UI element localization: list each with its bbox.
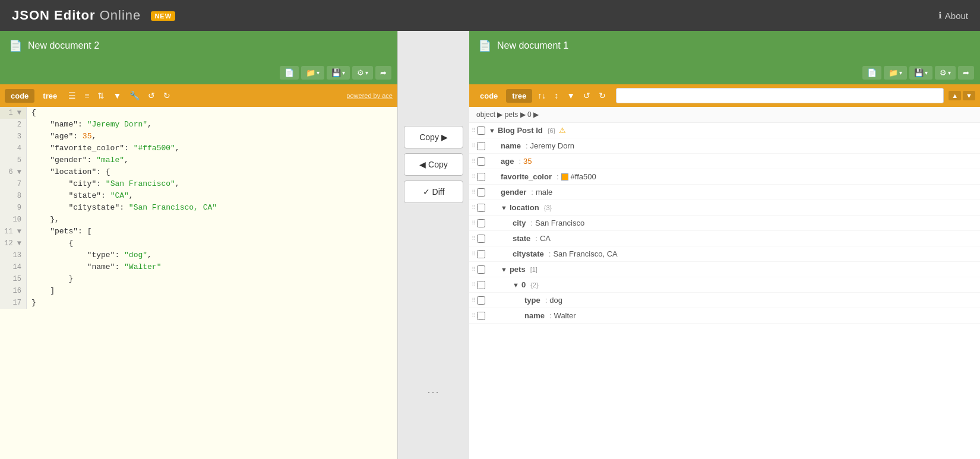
node-checkbox-pets[interactable] bbox=[477, 265, 485, 274]
search-prev-button[interactable]: ▲ bbox=[949, 91, 961, 100]
line-content-15: } bbox=[27, 273, 73, 285]
right-redo-button[interactable]: ↻ bbox=[596, 89, 609, 102]
drag-handle-location[interactable]: ⠿ bbox=[472, 204, 475, 211]
right-undo-button[interactable]: ↺ bbox=[580, 89, 593, 102]
node-sep-city: : bbox=[530, 219, 533, 227]
node-checkbox-location[interactable] bbox=[477, 204, 485, 212]
filter-button[interactable]: ▼ bbox=[110, 89, 124, 102]
diff-label: ✓ Diff bbox=[423, 187, 445, 197]
drag-handle-color[interactable]: ⠿ bbox=[472, 173, 475, 180]
line-content-4: "favorite_color": "#ffa500", bbox=[27, 143, 180, 154]
repair-button[interactable]: 🔧 bbox=[127, 89, 143, 102]
compact-button[interactable]: ≡ bbox=[81, 89, 92, 102]
node-sep-color: : bbox=[557, 172, 559, 181]
code-line-11: 11 ▼ "pets": [ bbox=[0, 226, 397, 238]
redo-button[interactable]: ↻ bbox=[160, 89, 173, 102]
node-checkbox-state[interactable] bbox=[477, 235, 485, 243]
powered-by[interactable]: powered by ace bbox=[346, 92, 393, 99]
node-checkbox-root[interactable] bbox=[477, 126, 485, 135]
node-value-color: #ffa500 bbox=[571, 172, 596, 181]
drag-handle[interactable]: ⠿ bbox=[472, 127, 475, 134]
right-tree-tab[interactable]: tree bbox=[506, 89, 532, 103]
node-key-location: location bbox=[510, 203, 539, 212]
toggle-pets[interactable]: ▼ bbox=[501, 266, 507, 273]
drag-handle-name[interactable]: ⠿ bbox=[472, 143, 475, 149]
code-line-10: 10 }, bbox=[0, 214, 397, 226]
right-share-button[interactable]: ➦ bbox=[958, 66, 974, 80]
node-checkbox-age[interactable] bbox=[477, 157, 485, 166]
right-code-tab[interactable]: code bbox=[474, 89, 504, 103]
drag-handle-petname[interactable]: ⠿ bbox=[472, 312, 475, 319]
app-title: JSON Editor Online NEW bbox=[12, 8, 175, 23]
drag-handle-gender[interactable]: ⠿ bbox=[472, 189, 475, 195]
left-mode-bar: code tree ☰ ≡ ⇅ ▼ 🔧 ↺ ↻ powered by ace bbox=[0, 84, 397, 107]
code-line-5: 5 "gender": "male", bbox=[0, 154, 397, 166]
node-checkbox-type[interactable] bbox=[477, 296, 485, 305]
node-key-name: name bbox=[501, 141, 521, 150]
new-button[interactable]: 📄 bbox=[280, 66, 299, 80]
toggle-pets-0[interactable]: ▼ bbox=[513, 281, 519, 289]
copy-left-button[interactable]: ◀ Copy bbox=[404, 153, 463, 176]
search-input[interactable] bbox=[616, 88, 944, 103]
share-button[interactable]: ➦ bbox=[375, 66, 391, 80]
drag-handle-type[interactable]: ⠿ bbox=[472, 297, 475, 303]
node-value-citystate: San Francisco, CA bbox=[553, 249, 617, 258]
sort-button[interactable]: ⇅ bbox=[94, 89, 108, 102]
tree-node-pets: ⠿ ▼ pets [1] bbox=[469, 262, 980, 277]
drag-handle-state[interactable]: ⠿ bbox=[472, 235, 475, 242]
drag-handle-city[interactable]: ⠿ bbox=[472, 220, 475, 226]
undo-button[interactable]: ↺ bbox=[145, 89, 158, 102]
code-line-4: 4 "favorite_color": "#ffa500", bbox=[0, 143, 397, 154]
main-layout: 📄 New document 2 📄 📁 ▾ 💾 ▾ ⚙ ▾ ➦ code tr… bbox=[0, 31, 980, 459]
diff-button[interactable]: ✓ Diff bbox=[404, 181, 463, 203]
node-checkbox-pets-0[interactable] bbox=[477, 281, 485, 289]
format-button[interactable]: ☰ bbox=[65, 89, 79, 102]
toggle-root[interactable]: ▼ bbox=[489, 127, 495, 134]
line-content-7: "city": "San Francisco", bbox=[27, 178, 180, 190]
right-sort-asc-button[interactable]: ↑↓ bbox=[535, 89, 549, 102]
left-tree-tab[interactable]: tree bbox=[37, 89, 63, 103]
node-checkbox-citystate[interactable] bbox=[477, 250, 485, 258]
line-num-6: 6 ▼ bbox=[0, 166, 27, 178]
tree-node-type: ⠿ type : dog bbox=[469, 293, 980, 308]
right-tree-area[interactable]: ⠿ ▼ Blog Post Id {6} ⚠ ⠿ name : Jeremy D… bbox=[469, 123, 980, 459]
left-code-area[interactable]: 1 ▼ { 2 "name": "Jeremy Dorn", 3 "age": … bbox=[0, 107, 397, 459]
right-filter-button[interactable]: ▼ bbox=[564, 89, 578, 102]
save-button[interactable]: 💾 ▾ bbox=[327, 66, 350, 80]
search-next-button[interactable]: ▼ bbox=[963, 91, 975, 100]
node-value-type: dog bbox=[549, 296, 562, 305]
node-checkbox-color[interactable] bbox=[477, 173, 485, 181]
right-settings-button[interactable]: ⚙ ▾ bbox=[935, 66, 956, 80]
drag-handle-pets[interactable]: ⠿ bbox=[472, 266, 475, 273]
node-key-petname: name bbox=[524, 311, 545, 320]
node-checkbox-name[interactable] bbox=[477, 142, 485, 150]
right-save-button[interactable]: 💾 ▾ bbox=[909, 66, 932, 80]
tree-node-pets-0: ⠿ ▼ 0 {2} bbox=[469, 277, 980, 293]
right-new-button[interactable]: 📄 bbox=[862, 66, 881, 80]
node-checkbox-gender[interactable] bbox=[477, 188, 485, 197]
line-num-9: 9 bbox=[0, 202, 27, 214]
drag-handle-citystate[interactable]: ⠿ bbox=[472, 251, 475, 257]
right-open-button[interactable]: 📁 ▾ bbox=[884, 66, 907, 80]
toggle-location[interactable]: ▼ bbox=[501, 204, 507, 211]
node-checkbox-city[interactable] bbox=[477, 219, 485, 227]
line-num-1: 1 ▼ bbox=[0, 107, 27, 119]
new-badge: NEW bbox=[151, 11, 175, 21]
node-value-state: CA bbox=[540, 234, 551, 243]
open-button[interactable]: 📁 ▾ bbox=[301, 66, 324, 80]
settings-button[interactable]: ⚙ ▾ bbox=[352, 66, 373, 80]
code-line-9: 9 "citystate": "San Francisco, CA" bbox=[0, 202, 397, 214]
drag-handle-pets-0[interactable]: ⠿ bbox=[472, 281, 475, 288]
node-value-age: 35 bbox=[523, 157, 532, 166]
document-icon: 📄 bbox=[9, 39, 22, 52]
right-move-button[interactable]: ↕ bbox=[551, 89, 561, 102]
copy-right-button[interactable]: Copy ▶ bbox=[404, 126, 463, 148]
node-checkbox-petname[interactable] bbox=[477, 312, 485, 320]
app-title-light: Online bbox=[96, 8, 141, 23]
code-line-1: 1 ▼ { bbox=[0, 107, 397, 119]
left-code-tab[interactable]: code bbox=[5, 89, 34, 103]
about-button[interactable]: ℹ About bbox=[938, 10, 968, 21]
tree-node-city: ⠿ city : San Francisco bbox=[469, 216, 980, 231]
line-num-2: 2 bbox=[0, 119, 27, 131]
drag-handle-age[interactable]: ⠿ bbox=[472, 158, 475, 164]
